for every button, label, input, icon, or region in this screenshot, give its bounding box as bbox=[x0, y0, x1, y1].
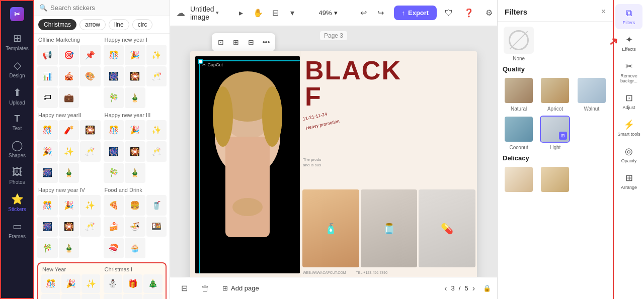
filter-natural[interactable]: Natural bbox=[503, 77, 535, 112]
lock-icon[interactable]: 🔒 bbox=[483, 284, 491, 292]
sidebar-item-photos[interactable]: 🖼 Photos bbox=[3, 163, 31, 188]
filter-light[interactable]: ⊞ Light bbox=[539, 116, 571, 150]
sidebar-item-design[interactable]: ◇ Design bbox=[3, 56, 31, 81]
sticker-cell[interactable]: 🎆 bbox=[37, 217, 58, 237]
sticker-cell[interactable]: 📢 bbox=[37, 45, 58, 65]
float-tool-copy[interactable]: ⊟ bbox=[244, 35, 258, 49]
sticker-cell[interactable]: 🎅 bbox=[123, 294, 142, 299]
copy-page-icon[interactable]: ⊟ bbox=[176, 280, 192, 296]
add-page-button[interactable]: ⊞ Add page bbox=[218, 282, 263, 294]
tag-line[interactable]: line bbox=[109, 19, 129, 30]
sticker-cell[interactable]: 🍣 bbox=[104, 238, 124, 258]
sticker-cell[interactable]: 🎉 bbox=[37, 141, 58, 162]
sticker-cell[interactable]: 🎊 bbox=[37, 120, 58, 141]
filter-apricot[interactable]: Apricot bbox=[539, 77, 571, 112]
sticker-cell[interactable]: ✨ bbox=[82, 274, 101, 293]
sticker-cell[interactable]: 🍰 bbox=[104, 217, 124, 237]
hand-tool[interactable]: ✋ bbox=[250, 5, 266, 21]
next-page-button[interactable]: › bbox=[472, 284, 475, 293]
sticker-cell[interactable]: ⛄ bbox=[104, 274, 123, 293]
filter-none[interactable]: None bbox=[503, 27, 535, 61]
filter-del1[interactable] bbox=[503, 166, 535, 195]
tag-circ[interactable]: circ bbox=[132, 19, 153, 30]
logo[interactable]: ✂ bbox=[8, 5, 26, 23]
sticker-cell[interactable]: 🥂 bbox=[146, 141, 167, 162]
mini-tool-smart-tools[interactable]: ⚡ Smart tools bbox=[615, 115, 642, 141]
sticker-cell[interactable]: 🧁 bbox=[125, 238, 145, 258]
tag-arrow[interactable]: arrow bbox=[79, 19, 106, 30]
zoom-control[interactable]: 49% ▾ bbox=[314, 7, 341, 19]
sticker-cell[interactable]: 🎊 bbox=[41, 274, 60, 293]
sticker-cell[interactable]: 🎇 bbox=[125, 141, 145, 162]
sticker-cell[interactable]: 🍜 bbox=[125, 217, 145, 237]
sticker-cell[interactable]: 🎍 bbox=[59, 238, 79, 258]
sidebar-item-templates[interactable]: ⊞ Templates bbox=[3, 29, 31, 54]
mini-tool-effects[interactable]: ✦ Effects bbox=[615, 30, 642, 56]
sidebar-item-text[interactable]: T Text bbox=[3, 111, 31, 134]
sticker-cell[interactable]: 🎊 bbox=[104, 45, 124, 65]
sticker-cell[interactable]: 🎋 bbox=[37, 238, 58, 258]
sticker-cell[interactable]: 💼 bbox=[59, 87, 79, 108]
tag-christmas[interactable]: Christmas bbox=[38, 19, 76, 30]
float-tool-grid[interactable]: ⊞ bbox=[229, 35, 243, 49]
sticker-cell[interactable]: 🧨 bbox=[59, 120, 79, 141]
sticker-cell[interactable]: 🎇 bbox=[59, 217, 79, 237]
sticker-cell[interactable]: 🎁 bbox=[123, 274, 142, 293]
sticker-cell[interactable]: ✨ bbox=[80, 195, 101, 216]
sticker-cell[interactable]: ✨ bbox=[59, 141, 79, 162]
sticker-cell[interactable]: 🎆 bbox=[41, 294, 60, 299]
settings-icon-btn[interactable]: ⚙ bbox=[481, 5, 497, 21]
float-tool-more[interactable]: ••• bbox=[259, 35, 273, 49]
select-tool[interactable]: ▸ bbox=[233, 5, 249, 21]
sticker-cell[interactable]: 🎉 bbox=[125, 45, 145, 65]
mini-tool-filters[interactable]: ⧉ Filters bbox=[615, 4, 642, 29]
sticker-cell[interactable]: 🥤 bbox=[146, 195, 167, 216]
undo-button[interactable]: ↩ bbox=[356, 5, 372, 21]
sticker-cell[interactable]: ✨ bbox=[146, 120, 167, 141]
sticker-cell[interactable]: 🎊 bbox=[37, 195, 58, 216]
shield-icon-btn[interactable]: 🛡 bbox=[441, 5, 457, 21]
sticker-cell[interactable]: 🍔 bbox=[125, 195, 145, 216]
filter-del2[interactable] bbox=[539, 166, 571, 195]
sticker-cell[interactable]: 🥂 bbox=[80, 141, 101, 162]
float-tool-select[interactable]: ⊡ bbox=[214, 35, 228, 49]
sticker-cell[interactable]: 🎇 bbox=[61, 294, 80, 299]
sidebar-item-shapes[interactable]: ◯ Shapes bbox=[3, 136, 31, 161]
mini-tool-arrange[interactable]: ⊞ Arrange bbox=[615, 168, 642, 194]
sticker-cell[interactable]: 🥂 bbox=[82, 294, 101, 299]
prev-page-button[interactable]: ‹ bbox=[444, 284, 447, 293]
sticker-cell[interactable]: 🥂 bbox=[146, 66, 167, 87]
mini-tool-remove-bg[interactable]: ✂ Remove backgr... bbox=[615, 57, 642, 87]
sticker-cell[interactable]: 🍕 bbox=[104, 195, 124, 216]
sticker-cell[interactable]: 🎋 bbox=[104, 87, 124, 108]
sticker-cell[interactable]: 🎆 bbox=[104, 141, 124, 162]
sticker-cell[interactable]: 🍱 bbox=[146, 217, 167, 237]
export-button[interactable]: ↑ Export bbox=[394, 6, 437, 20]
sticker-cell[interactable]: 🎍 bbox=[59, 163, 79, 183]
redo-button[interactable]: ↪ bbox=[373, 5, 389, 21]
mini-tool-opacity[interactable]: ◎ Opacity bbox=[615, 142, 642, 167]
sticker-cell[interactable]: 🎋 bbox=[104, 163, 124, 183]
search-input[interactable] bbox=[50, 4, 165, 12]
frame-expand-tool[interactable]: ▾ bbox=[284, 5, 300, 21]
sticker-cell[interactable]: 🎯 bbox=[59, 45, 79, 65]
filter-walnut[interactable]: Walnut bbox=[576, 77, 608, 112]
mini-tool-adjust[interactable]: ⊡ Adjust bbox=[615, 88, 642, 114]
sticker-cell[interactable]: 🎪 bbox=[59, 66, 79, 87]
sidebar-item-stickers[interactable]: ⭐ Stickers bbox=[3, 190, 31, 215]
filter-coconut[interactable]: Coconut bbox=[503, 116, 535, 150]
sticker-cell[interactable]: 📊 bbox=[37, 66, 58, 87]
sticker-cell[interactable]: 🎇 bbox=[80, 120, 101, 141]
sticker-cell[interactable]: ✨ bbox=[146, 45, 167, 65]
sticker-cell[interactable]: 🦌 bbox=[104, 294, 123, 299]
sticker-cell[interactable]: 📌 bbox=[80, 45, 101, 65]
delete-page-icon[interactable]: 🗑 bbox=[197, 280, 213, 296]
sticker-cell[interactable]: 🎨 bbox=[80, 66, 101, 87]
close-filters-button[interactable]: × bbox=[601, 7, 606, 16]
sticker-cell[interactable]: 🕯 bbox=[143, 294, 163, 299]
sticker-cell[interactable]: 🎍 bbox=[125, 87, 145, 108]
sticker-cell[interactable]: 🎉 bbox=[61, 274, 80, 293]
help-icon-btn[interactable]: ❓ bbox=[461, 5, 477, 21]
sticker-cell[interactable]: 🎉 bbox=[125, 120, 145, 141]
sticker-cell[interactable]: 🎆 bbox=[104, 66, 124, 87]
